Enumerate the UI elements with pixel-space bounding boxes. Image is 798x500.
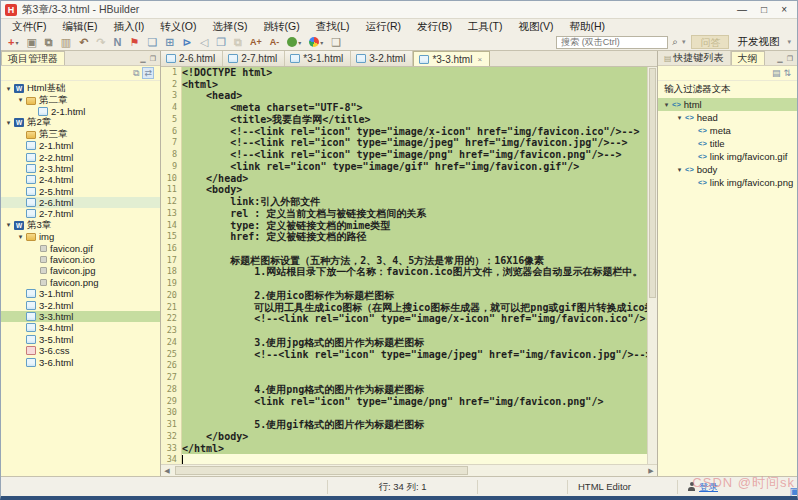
tab-close-icon[interactable]: × [477, 55, 482, 64]
code-line[interactable]: 21 可以用工具生成ico图标（在网上搜ico图标生成器，就可以把png或gif… [161, 302, 647, 314]
maximize-button[interactable]: □ [761, 4, 767, 16]
menu-item-选择(S)[interactable]: 选择(S) [206, 19, 255, 35]
tree-item-3-1.html[interactable]: 3-1.html [1, 288, 160, 299]
search-icon[interactable]: ⌕ [672, 36, 678, 48]
tree-item-favicon.gif[interactable]: favicon.gif [1, 242, 160, 253]
menu-item-编辑(E)[interactable]: 编辑(E) [55, 19, 104, 35]
outline-item-meta[interactable]: <>meta [658, 124, 797, 137]
outline-item-html[interactable]: ▾<>html [658, 98, 797, 111]
view-dropdown-icon[interactable]: ▾ [787, 38, 791, 46]
code-line[interactable]: 10 </head> [161, 173, 647, 185]
code-line[interactable]: 2<html> [161, 79, 647, 91]
tree-item-img[interactable]: ▾img [1, 231, 160, 242]
code-line[interactable]: 12 link:引入外部文件 [161, 196, 647, 208]
chrome-browser-icon[interactable]: ▾ [306, 35, 326, 49]
outline-item-link img/favicon.png[interactable]: <>link img/favicon.png [658, 176, 797, 189]
editor-tab-3-2.html[interactable]: 3-2.html [351, 51, 413, 66]
code-line[interactable]: 5 <title>我要自学网</title> [161, 114, 647, 126]
tree-item-第三章[interactable]: 第三章 [1, 129, 160, 140]
link-with-editor-icon[interactable]: ⇄ [142, 67, 154, 79]
outline-item-title[interactable]: <>title [658, 137, 797, 150]
outline-item-link img/favicon.gif[interactable]: <>link img/favicon.gif [658, 150, 797, 163]
panel-minimize-icon[interactable]: ▁ [777, 55, 782, 63]
code-line[interactable]: 16 [161, 243, 647, 255]
editor-tab-2-6.html[interactable]: 2-6.html [161, 51, 223, 66]
expander-icon[interactable]: ▾ [4, 85, 13, 93]
tab-outline[interactable]: 大纲 [731, 51, 765, 65]
tree-item-2-6.html[interactable]: 2-6.html [1, 197, 160, 208]
code-line[interactable]: 20 2.使用ico图标作为标题栏图标 [161, 290, 647, 302]
code-line[interactable]: 11 <body> [161, 184, 647, 196]
tab-shortcut-list[interactable]: ▤快捷键列表 [658, 51, 731, 65]
export-icon[interactable]: ⊞ [162, 35, 177, 49]
expander-icon[interactable]: ▾ [675, 166, 684, 174]
code-line[interactable]: 17 标题栏图标设置（五种方法，2、3、4、5方法是常用的）：16X16像素 [161, 255, 647, 267]
menu-item-插入(I)[interactable]: 插入(I) [106, 19, 151, 35]
tree-item-2-5.html[interactable]: 2-5.html [1, 186, 160, 197]
tree-item-2-2.html[interactable]: 2-2.html [1, 151, 160, 162]
search-input[interactable] [556, 36, 668, 49]
code-area[interactable]: 1<!DOCTYPE html>2<html>3 <head>4 <meta c… [161, 67, 647, 464]
expander-icon[interactable]: ▾ [4, 119, 13, 127]
code-line[interactable]: 26 [161, 360, 647, 372]
menu-item-工具(T)[interactable]: 工具(T) [461, 19, 509, 35]
tree-item-第3章[interactable]: ▾W第3章 [1, 220, 160, 231]
tree-item-Html基础[interactable]: ▾WHtml基础 [1, 83, 160, 94]
code-line[interactable]: 30 [161, 407, 647, 419]
tree-item-3-4.html[interactable]: 3-4.html [1, 322, 160, 333]
panel-maximize-icon[interactable]: ❐ [150, 55, 156, 63]
qa-button[interactable]: 问答 [691, 35, 729, 49]
menu-item-查找(L)[interactable]: 查找(L) [309, 19, 357, 35]
bookmark-icon[interactable]: ⚑ [127, 35, 143, 49]
redo-icon[interactable]: ↷ [93, 35, 108, 49]
editor-tab-*3-1.html[interactable]: *3-1.html [285, 51, 351, 66]
code-line[interactable]: 6 <!--<link rel="icon" type="image/x-ico… [161, 126, 647, 138]
tree-item-第二章[interactable]: ▾第二章 [1, 94, 160, 105]
outline-sort-icon[interactable]: ⇅ [783, 68, 791, 78]
editor-tab-2-7.html[interactable]: 2-7.html [223, 51, 285, 66]
code-line[interactable]: 18 1.网站根目录下放一个名称：favicon.ico图片文件，浏览器会自动显… [161, 266, 647, 278]
tree-item-3-3.html[interactable]: 3-3.html [1, 311, 160, 322]
code-line[interactable]: 7 <!--<link rel="icon" type="image/jpeg"… [161, 137, 647, 149]
save-all-icon[interactable]: ⧉ [42, 35, 56, 49]
code-line[interactable]: 4 <meta charset="UTF-8"> [161, 102, 647, 114]
minimize-button[interactable]: — [737, 4, 747, 16]
new-window-icon[interactable]: ❏ [144, 35, 160, 49]
code-line[interactable]: 34 [161, 454, 647, 464]
undo-icon[interactable]: ↶ [76, 35, 91, 49]
run-icon[interactable]: ⊳ [179, 35, 194, 49]
code-line[interactable]: 14 type: 定义被链接文档的mime类型 [161, 220, 647, 232]
code-line[interactable]: 31 5.使用gif格式的图片作为标题栏图标 [161, 419, 647, 431]
revert-icon[interactable]: ▥ [58, 35, 74, 49]
tree-item-3-6.html[interactable]: 3-6.html [1, 356, 160, 367]
font-increase-icon[interactable]: A+ [247, 35, 265, 49]
expander-icon[interactable]: ▾ [16, 96, 25, 104]
menu-item-跳转(G)[interactable]: 跳转(G) [257, 19, 307, 35]
scroll-left-icon[interactable]: ◀ [161, 467, 173, 475]
close-button[interactable]: × [781, 4, 787, 16]
dropdown-caret-icon[interactable]: ▾ [298, 39, 301, 46]
tree-item-2-7.html[interactable]: 2-7.html [1, 208, 160, 219]
code-line[interactable]: 23 [161, 325, 647, 337]
outline-item-head[interactable]: ▾<>head [658, 111, 797, 124]
menu-item-帮助(H)[interactable]: 帮助(H) [563, 19, 613, 35]
reformat-icon[interactable]: N [111, 35, 125, 49]
tree-item-2-4.html[interactable]: 2-4.html [1, 174, 160, 185]
font-decrease-icon[interactable]: A- [267, 35, 283, 49]
scroll-right-icon[interactable]: ▶ [645, 467, 657, 475]
code-line[interactable]: 29 <link rel="icon" type="image/png" hre… [161, 396, 647, 408]
tree-item-favicon.png[interactable]: favicon.png [1, 277, 160, 288]
tree-item-2-3.html[interactable]: 2-3.html [1, 163, 160, 174]
code-line[interactable]: 19 [161, 278, 647, 290]
code-line[interactable]: 13 rel : 定义当前文档与被链接文档间的关系 [161, 208, 647, 220]
collapse-all-icon[interactable]: ⧉ [133, 68, 139, 79]
search-dropdown-icon[interactable]: ▾ [682, 38, 686, 46]
expander-icon[interactable]: ▾ [662, 101, 671, 109]
panel-maximize-icon[interactable]: ❐ [787, 55, 793, 63]
dropdown-caret-icon[interactable]: ▾ [320, 39, 323, 46]
tree-item-3-2.html[interactable]: 3-2.html [1, 299, 160, 310]
expander-icon[interactable]: ▾ [4, 221, 13, 229]
menu-item-运行(R)[interactable]: 运行(R) [359, 19, 409, 35]
switch-window-icon[interactable]: ❐ [213, 35, 229, 49]
new-file-dropdown[interactable]: +▾ [5, 35, 21, 49]
